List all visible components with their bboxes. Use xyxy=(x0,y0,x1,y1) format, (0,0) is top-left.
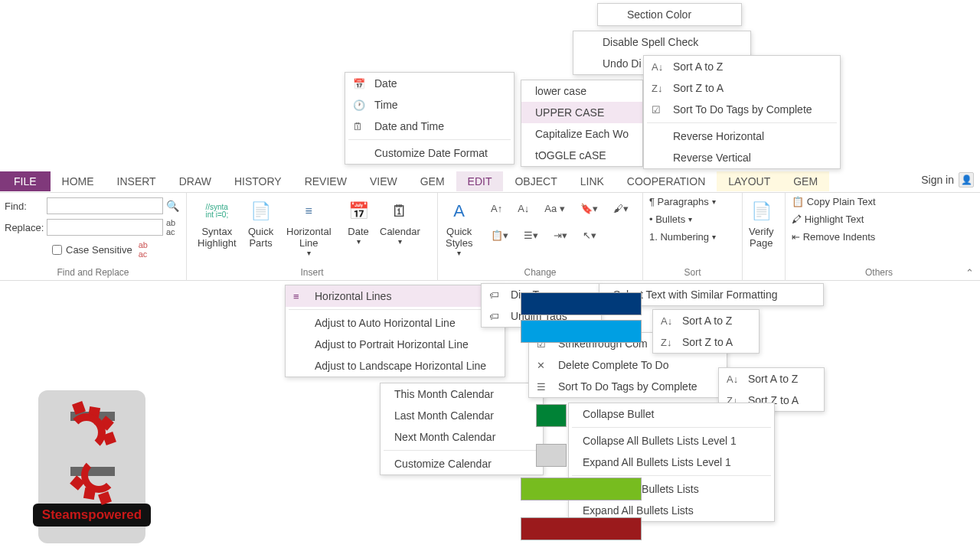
menu-item-collapse-all-l1[interactable]: Collapse All Bullets Lists Level 1 xyxy=(569,430,774,452)
tab-object[interactable]: OBJECT xyxy=(503,171,568,191)
calendar-label: Calendar xyxy=(380,226,420,237)
color-swatch-red[interactable] xyxy=(521,517,642,540)
menu-item-reverse-h[interactable]: Reverse Horizontal xyxy=(644,126,840,147)
group-label-insert: Insert xyxy=(187,267,437,278)
menu-item-sort2-az[interactable]: A↓Sort A to Z xyxy=(653,310,759,331)
menu-item-label: Horizontal Lines xyxy=(315,290,391,302)
menu-item-auto-hline[interactable]: Adjust to Auto Horizontal Line xyxy=(286,312,505,334)
menu-item-sort3-az[interactable]: A↓Sort A to Z xyxy=(719,368,824,390)
tab-cooperation[interactable]: COOPERATION xyxy=(616,171,717,191)
copy-plain-text-button[interactable]: 📋 Copy Plain Text xyxy=(786,193,972,210)
color-swatch-blue[interactable] xyxy=(521,320,642,343)
quick-parts-button[interactable]: 📄 Quick Parts xyxy=(247,197,275,250)
menu-item-collapse-bullet[interactable]: Collapse Bullet xyxy=(569,403,774,425)
paste-special-btn[interactable]: 📋▾ xyxy=(488,227,511,243)
avatar-icon: 👤 xyxy=(959,172,974,187)
remove-indents-button[interactable]: ⇤ Remove Indents xyxy=(786,228,972,246)
menu-item-hlines[interactable]: ≡Horizontal Lines xyxy=(286,285,505,307)
select-btn[interactable]: ↖▾ xyxy=(580,227,599,243)
tab-layout[interactable]: LAYOUT xyxy=(717,171,782,191)
tab-gem2[interactable]: GEM xyxy=(782,171,829,191)
menu-item-toggle[interactable]: tOGGLE cASE xyxy=(521,145,642,166)
menu-item-sort-za[interactable]: Z↓Sort Z to A xyxy=(644,77,840,99)
tab-history[interactable]: HISTORY xyxy=(223,171,293,191)
sort-todo-icon: ☰ xyxy=(537,381,546,393)
tab-edit[interactable]: EDIT xyxy=(456,171,504,191)
menu-item-next-month[interactable]: Next Month Calendar xyxy=(381,426,543,448)
decrease-font-btn[interactable]: A↓ xyxy=(515,201,531,217)
replace-input[interactable] xyxy=(47,219,163,236)
menu-item-reverse-v[interactable]: Reverse Vertical xyxy=(644,147,840,168)
syntax-label: Syntax Highlight xyxy=(198,226,237,249)
menu-item-this-month[interactable]: This Month Calendar xyxy=(381,383,543,405)
format-painter-btn[interactable]: 🖌▾ xyxy=(611,201,631,217)
tab-insert[interactable]: INSERT xyxy=(106,171,168,191)
menu-item-date[interactable]: 📅Date xyxy=(345,73,514,94)
tab-draw[interactable]: DRAW xyxy=(168,171,223,191)
tab-gem[interactable]: GEM xyxy=(409,171,456,191)
tab-link[interactable]: LINK xyxy=(569,171,616,191)
logo-steamspowered: Steamspowered xyxy=(38,390,145,543)
replace-all-icon[interactable]: abac xyxy=(139,240,148,259)
quick-styles-button[interactable]: A Quick Styles ▾ xyxy=(444,197,474,259)
change-case-btn[interactable]: Aa ▾ xyxy=(542,201,567,217)
menu-item-delete-todo[interactable]: ✕Delete Complete To Do xyxy=(529,354,727,376)
calendar-button[interactable]: 🗓 Calendar ▾ xyxy=(378,197,422,247)
case-checkbox[interactable] xyxy=(52,245,62,255)
menu-item-time[interactable]: 🕐Time xyxy=(345,94,514,116)
menu-item-section-color[interactable]: Section Color xyxy=(598,4,741,25)
menu-item-landscape-hline[interactable]: Adjust to Landscape Horizontal Line xyxy=(286,355,505,377)
remove-label: Remove Indents xyxy=(803,231,876,243)
paragraphs-button[interactable]: ¶ Paragraphs▾ xyxy=(643,193,742,210)
date-button[interactable]: 📅 Date ▾ xyxy=(345,197,372,247)
undim-icon: 🏷 xyxy=(489,311,499,322)
color-swatch-navy[interactable] xyxy=(521,292,642,315)
quickparts-icon: 📄 xyxy=(249,199,273,223)
tab-home[interactable]: HOME xyxy=(51,171,106,191)
indent-btn[interactable]: ⇥▾ xyxy=(551,227,570,243)
tab-file[interactable]: FILE xyxy=(0,171,51,191)
menu-separator xyxy=(289,309,501,310)
menu-item-sort2-za[interactable]: Z↓Sort Z to A xyxy=(653,331,759,353)
hline-label: Horizontal Line xyxy=(286,226,332,249)
color-swatch-darkgreen[interactable] xyxy=(536,404,567,427)
menu-item-custom-date[interactable]: Customize Date Format xyxy=(345,142,514,164)
collapse-ribbon-button[interactable]: ⌃ xyxy=(965,267,974,279)
horizontal-line-button[interactable]: ≡ Horizontal Line ▾ xyxy=(285,197,333,259)
numbering-button[interactable]: 1. Numbering▾ xyxy=(643,228,742,246)
menu-item-capitalize[interactable]: Capitalize Each Wo xyxy=(521,123,642,145)
group-change: A Quick Styles ▾ A↑ A↓ Aa ▾ 🔖▾ 🖌▾ 📋▾ ☰▾ … xyxy=(438,193,643,281)
tab-review[interactable]: REVIEW xyxy=(293,171,358,191)
menu-item-sort-az[interactable]: A↓Sort A to Z xyxy=(644,56,840,77)
menu-item-custom-cal[interactable]: Customize Calendar xyxy=(381,453,543,474)
case-sensitive-check[interactable]: Case Sensitive xyxy=(52,244,132,256)
find-input[interactable] xyxy=(47,197,163,214)
menu-item-sort-todo[interactable]: ☑Sort To Do Tags by Complete xyxy=(644,99,840,120)
menu-item-disable-spell[interactable]: Disable Spell Check xyxy=(573,31,750,53)
increase-font-btn[interactable]: A↑ xyxy=(488,201,505,217)
menu-item-uppercase[interactable]: UPPER CASE xyxy=(521,102,642,123)
tab-view[interactable]: VIEW xyxy=(358,171,409,191)
menu-item-last-month[interactable]: Last Month Calendar xyxy=(381,405,543,426)
menu-item-datetime[interactable]: 🗓Date and Time xyxy=(345,116,514,137)
group-verify: 📄 Verify Page xyxy=(743,193,786,281)
ribbon: Find: 🔍 Replace: abac Case Sensitive aba… xyxy=(0,193,980,281)
replace-icon[interactable]: abac xyxy=(166,218,175,236)
color-swatch-gray[interactable] xyxy=(536,444,567,467)
menu-item-expand-all-l1[interactable]: Expand All Bullets Lists Level 1 xyxy=(569,452,774,473)
menu-item-lowercase[interactable]: lower case xyxy=(521,80,642,102)
bullets-button[interactable]: • Bullets▾ xyxy=(643,210,742,228)
paragraphs-label: Paragraphs xyxy=(658,196,709,207)
list-btn[interactable]: ☰▾ xyxy=(521,227,541,243)
menu-item-sort-todo[interactable]: ☰Sort To Do Tags by Complete xyxy=(529,376,727,397)
logo-text: Steamspowered xyxy=(33,504,151,527)
syntax-highlight-button[interactable]: //syntaint i=0; Syntax Highlight xyxy=(196,197,238,250)
highlight-text-button[interactable]: 🖍 Highlight Text xyxy=(786,210,972,228)
tag-btn[interactable]: 🔖▾ xyxy=(578,201,600,217)
search-icon[interactable]: 🔍 xyxy=(166,200,179,212)
verify-page-button[interactable]: 📄 Verify Page xyxy=(747,197,776,250)
menu-item-portrait-hline[interactable]: Adjust to Portrait Horizontal Line xyxy=(286,334,505,355)
sign-in[interactable]: Sign in 👤 xyxy=(921,172,974,187)
menu-separator xyxy=(572,427,771,428)
color-swatch-green[interactable] xyxy=(521,478,642,500)
